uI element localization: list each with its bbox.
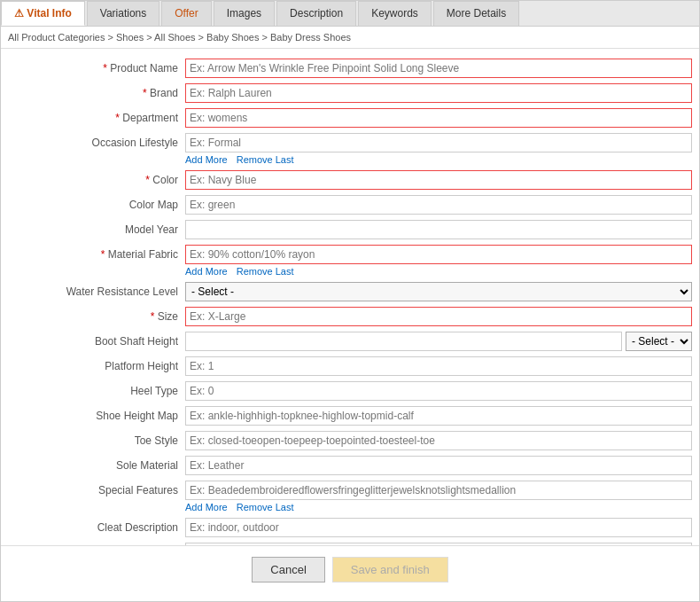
toe-style-field bbox=[185, 431, 692, 450]
cleat-material-row: Cleat Material Type bbox=[1, 540, 699, 545]
color-input[interactable] bbox=[185, 170, 692, 190]
heel-type-field bbox=[185, 381, 692, 401]
page-wrapper: ⚠ Vital Info Variations Offer Images Des… bbox=[0, 0, 700, 602]
product-name-row: * Product Name bbox=[1, 56, 699, 81]
occasion-field: Add More Remove Last bbox=[185, 133, 692, 165]
toe-style-row: Toe Style bbox=[1, 428, 699, 453]
product-name-input[interactable] bbox=[185, 59, 692, 78]
shoe-height-map-field bbox=[185, 406, 692, 426]
tab-more-details[interactable]: More Details bbox=[433, 1, 519, 26]
heel-type-row: Heel Type bbox=[1, 379, 699, 403]
model-year-label: Model Year bbox=[8, 220, 185, 238]
breadcrumb: All Product Categories > Shoes > All Sho… bbox=[1, 27, 699, 49]
occasion-row: Occasion Lifestyle Add More Remove Last bbox=[1, 130, 699, 168]
sole-material-label: Sole Material bbox=[8, 456, 185, 473]
color-row: * Color bbox=[1, 168, 699, 192]
special-features-add-remove: Add More Remove Last bbox=[185, 502, 692, 512]
size-label: * Size bbox=[8, 307, 185, 324]
cleat-description-field bbox=[185, 518, 692, 537]
platform-height-input[interactable] bbox=[185, 356, 692, 376]
special-features-row: Special Features Add More Remove Last bbox=[1, 478, 699, 515]
water-resistance-select[interactable]: - Select - bbox=[185, 282, 692, 301]
tabs-bar: ⚠ Vital Info Variations Offer Images Des… bbox=[1, 1, 699, 27]
cleat-material-label: Cleat Material Type bbox=[8, 543, 185, 545]
product-name-label: * Product Name bbox=[8, 59, 185, 76]
tab-offer[interactable]: Offer bbox=[161, 1, 211, 26]
color-map-label: Color Map bbox=[8, 195, 185, 213]
department-field bbox=[185, 108, 692, 128]
water-resistance-row: Water Resistance Level - Select - bbox=[1, 279, 699, 304]
water-resistance-label: Water Resistance Level bbox=[8, 282, 185, 300]
toe-style-label: Toe Style bbox=[8, 431, 185, 449]
cleat-material-field bbox=[185, 543, 692, 545]
sole-material-field bbox=[185, 456, 692, 475]
sole-material-input[interactable] bbox=[185, 456, 692, 475]
tab-variations[interactable]: Variations bbox=[87, 1, 159, 26]
model-year-row: Model Year bbox=[1, 217, 699, 242]
form-container: * Product Name * Brand * Department bbox=[1, 49, 699, 545]
tab-keywords[interactable]: Keywords bbox=[358, 1, 432, 26]
boot-shaft-select[interactable]: - Select - bbox=[626, 332, 692, 351]
boot-shaft-row: Boot Shaft Height - Select - bbox=[1, 329, 699, 354]
department-label: * Department bbox=[8, 108, 185, 126]
brand-field bbox=[185, 83, 692, 103]
toe-style-input[interactable] bbox=[185, 431, 692, 450]
color-field bbox=[185, 170, 692, 190]
color-label: * Color bbox=[8, 170, 185, 188]
special-features-input[interactable] bbox=[185, 481, 692, 500]
brand-label: * Brand bbox=[8, 83, 185, 101]
material-add-more-link[interactable]: Add More bbox=[185, 266, 228, 277]
warning-icon: ⚠ bbox=[14, 7, 27, 20]
boot-shaft-input-row: - Select - bbox=[185, 332, 692, 351]
cancel-button[interactable]: Cancel bbox=[252, 557, 324, 582]
tab-vital-info[interactable]: ⚠ Vital Info bbox=[1, 1, 85, 26]
boot-shaft-field: - Select - bbox=[185, 332, 692, 351]
brand-row: * Brand bbox=[1, 81, 699, 106]
platform-height-row: Platform Height bbox=[1, 354, 699, 379]
material-fabric-field: Add More Remove Last bbox=[185, 245, 692, 277]
occasion-label: Occasion Lifestyle bbox=[8, 133, 185, 151]
special-features-remove-last-link[interactable]: Remove Last bbox=[237, 502, 294, 512]
special-features-field: Add More Remove Last bbox=[185, 481, 692, 512]
shoe-height-map-input[interactable] bbox=[185, 406, 692, 426]
occasion-input[interactable] bbox=[185, 133, 692, 152]
save-finish-button[interactable]: Save and finish bbox=[332, 557, 448, 582]
product-name-field bbox=[185, 59, 692, 78]
size-input[interactable] bbox=[185, 307, 692, 326]
brand-input[interactable] bbox=[185, 83, 692, 103]
department-input[interactable] bbox=[185, 108, 692, 128]
department-row: * Department bbox=[1, 106, 699, 130]
heel-type-label: Heel Type bbox=[8, 381, 185, 399]
special-features-add-more-link[interactable]: Add More bbox=[185, 502, 228, 512]
model-year-input[interactable] bbox=[185, 220, 692, 239]
material-fabric-input[interactable] bbox=[185, 245, 692, 264]
occasion-add-more-link[interactable]: Add More bbox=[185, 154, 228, 165]
tab-images[interactable]: Images bbox=[214, 1, 275, 26]
shoe-height-map-row: Shoe Height Map bbox=[1, 403, 699, 428]
color-map-field bbox=[185, 195, 692, 215]
platform-height-label: Platform Height bbox=[8, 356, 185, 374]
boot-shaft-input[interactable] bbox=[185, 332, 622, 351]
footer-buttons: Cancel Save and finish bbox=[1, 545, 699, 593]
model-year-field bbox=[185, 220, 692, 239]
shoe-height-map-label: Shoe Height Map bbox=[8, 406, 185, 424]
color-map-row: Color Map bbox=[1, 192, 699, 217]
material-fabric-row: * Material Fabric Add More Remove Last bbox=[1, 242, 699, 279]
cleat-material-input[interactable] bbox=[185, 543, 692, 545]
water-resistance-field: - Select - bbox=[185, 282, 692, 301]
special-features-label: Special Features bbox=[8, 481, 185, 498]
size-field bbox=[185, 307, 692, 326]
cleat-description-label: Cleat Description bbox=[8, 518, 185, 536]
heel-type-input[interactable] bbox=[185, 381, 692, 401]
occasion-add-remove: Add More Remove Last bbox=[185, 154, 692, 165]
material-remove-last-link[interactable]: Remove Last bbox=[237, 266, 294, 277]
boot-shaft-label: Boot Shaft Height bbox=[8, 332, 185, 349]
sole-material-row: Sole Material bbox=[1, 453, 699, 478]
cleat-description-input[interactable] bbox=[185, 518, 692, 537]
material-fabric-label: * Material Fabric bbox=[8, 245, 185, 262]
platform-height-field bbox=[185, 356, 692, 376]
color-map-input[interactable] bbox=[185, 195, 692, 215]
occasion-remove-last-link[interactable]: Remove Last bbox=[237, 154, 294, 165]
tab-description[interactable]: Description bbox=[276, 1, 356, 26]
size-row: * Size bbox=[1, 304, 699, 329]
